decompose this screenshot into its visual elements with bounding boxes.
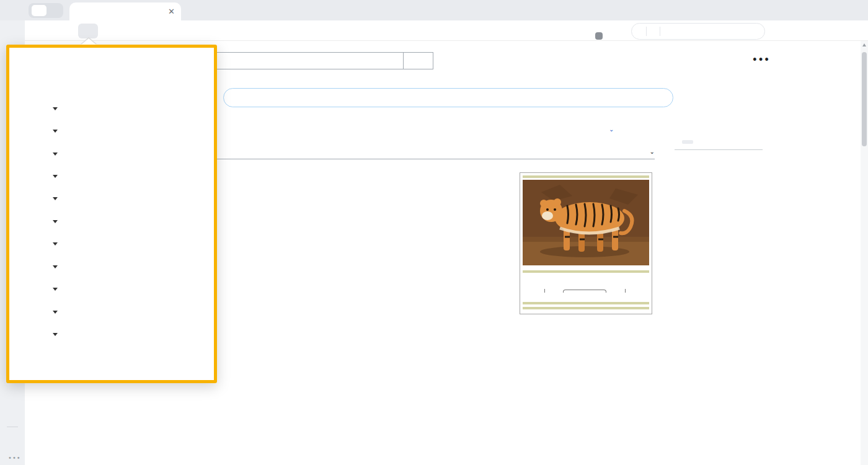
taxobox [520, 172, 652, 314]
status-line [523, 297, 649, 302]
auto-download-icon [19, 282, 32, 294]
wiki-search-button[interactable] [403, 52, 433, 69]
chevron-down-icon[interactable] [53, 333, 58, 336]
notifications-blocked-icon [19, 169, 32, 182]
tiger-image[interactable] [523, 180, 649, 265]
camera-icon [19, 124, 32, 136]
permission-row [19, 191, 58, 205]
site-permissions-popup [6, 45, 217, 383]
cookie-icon [19, 76, 32, 89]
background-sync-icon [19, 260, 32, 272]
cookies-row[interactable] [19, 76, 39, 89]
microphone-icon [19, 147, 32, 159]
chevron-down-icon[interactable] [53, 153, 58, 156]
tab-tools[interactable]: ⌄ [650, 146, 655, 156]
status-header [523, 270, 649, 273]
binomial-header [523, 307, 649, 309]
images-icon [19, 215, 32, 227]
tab-count [32, 5, 46, 16]
user-menu-icon[interactable]: ••• [752, 55, 770, 64]
permission-row [19, 327, 58, 340]
permission-row [19, 281, 58, 295]
image-caption [523, 265, 649, 270]
tab-bar: ✕ [0, 0, 868, 20]
infobox-title [523, 175, 649, 178]
page-tools-group [631, 23, 765, 40]
browser-window: ✕ ••• [0, 0, 868, 465]
chevron-down-icon[interactable] [53, 288, 58, 291]
taxonomy-header [523, 302, 649, 304]
tab-group-counter[interactable] [29, 3, 63, 18]
permission-row [19, 304, 58, 318]
chevron-down-icon[interactable] [53, 242, 58, 246]
permission-row [19, 101, 58, 115]
permission-row [19, 169, 58, 182]
protected-mode-icon [19, 327, 32, 340]
chevron-down-icon[interactable] [53, 197, 58, 200]
javascript-icon [19, 192, 32, 204]
chevron-down-icon: ⌄ [609, 126, 614, 133]
site-permissions-button[interactable] [78, 24, 98, 38]
appearance-panel [675, 140, 763, 150]
chevron-down-icon[interactable] [53, 130, 58, 133]
sidebar-more-icon[interactable]: ••• [8, 454, 21, 461]
share-badge [595, 32, 603, 40]
popup-pointer [81, 38, 96, 45]
permission-row [19, 146, 58, 160]
permission-row [19, 236, 58, 250]
permission-row [19, 259, 58, 273]
chevron-down-icon[interactable] [53, 107, 58, 110]
divider [660, 27, 660, 36]
midi-icon [19, 305, 32, 317]
hide-appearance-button[interactable] [682, 140, 693, 144]
popups-icon [19, 237, 32, 249]
chevron-down-icon[interactable] [53, 220, 58, 223]
permission-row [19, 214, 58, 228]
sidebar-divider [7, 427, 18, 427]
scroll-up-arrow[interactable] [862, 43, 866, 46]
tabs-underline [184, 159, 655, 159]
divider [646, 27, 647, 36]
language-selector[interactable]: ⌄ [603, 126, 614, 133]
chevron-down-icon[interactable] [53, 175, 58, 178]
iucn-scale-labels [523, 275, 649, 293]
browser-tab[interactable]: ✕ [69, 2, 181, 20]
close-tab-icon[interactable]: ✕ [168, 7, 175, 16]
scrollbar-thumb[interactable] [862, 52, 867, 146]
chevron-down-icon[interactable] [53, 311, 58, 314]
location-icon [19, 102, 32, 114]
chevron-down-icon[interactable] [53, 265, 58, 268]
telegram-banner [223, 88, 673, 107]
permission-row [19, 123, 58, 137]
